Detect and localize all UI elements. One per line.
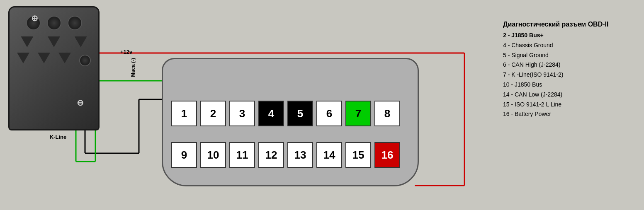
obd-pin-2: 2 bbox=[200, 101, 226, 126]
info-title: Диагностический разъем OBD-II bbox=[503, 21, 636, 28]
obd-pin-5: 5 bbox=[287, 101, 313, 126]
obd-connector: 1 2 3 4 5 6 7 8 9 10 11 12 13 14 15 16 bbox=[162, 25, 419, 195]
connector-tri-1 bbox=[21, 36, 33, 47]
obd-pin-3: 3 bbox=[229, 101, 255, 126]
obd-pin-12: 12 bbox=[258, 142, 284, 168]
obd-pin-14: 14 bbox=[316, 142, 342, 168]
obd-pin-4: 4 bbox=[258, 101, 284, 126]
pin-description-1: 4 - Chassis Ground bbox=[503, 41, 636, 51]
connector-tri-4 bbox=[17, 53, 29, 63]
obd-pin-15: 15 bbox=[345, 142, 371, 168]
connector-pin-3 bbox=[68, 16, 82, 30]
connector-pin-2 bbox=[47, 16, 61, 30]
pin-description-3: 6 - CAN High (J-2284) bbox=[503, 60, 636, 70]
kline-label: K-Line bbox=[8, 134, 108, 140]
obd-pin-6: 6 bbox=[316, 101, 342, 126]
connector-photo: ⊕ ⊖ K-Line bbox=[8, 6, 108, 143]
connector-body: ⊕ ⊖ bbox=[8, 6, 100, 130]
obd-pin-10: 10 bbox=[200, 142, 226, 168]
connector-tri-5 bbox=[38, 53, 50, 63]
connector-bottom-pins bbox=[10, 49, 98, 70]
connector-pin-minus bbox=[79, 55, 91, 66]
obd-pin-1: 1 bbox=[171, 101, 197, 126]
info-panel: Диагностический разъем OBD-II 2 - J1850 … bbox=[503, 21, 636, 119]
plus12v-label: +12v bbox=[120, 49, 132, 55]
pin-description-6: 14 - CAN Low (J-2284) bbox=[503, 90, 636, 100]
connector-top-pins bbox=[10, 7, 98, 34]
obd-pin-8: 8 bbox=[374, 101, 400, 126]
masa-label: Маса (-) bbox=[130, 58, 136, 77]
connector-tri-6 bbox=[58, 53, 71, 63]
obd-pin-7: 7 bbox=[345, 101, 371, 126]
pin-description-5: 10 - J1850 Bus bbox=[503, 80, 636, 90]
obd-pin-9: 9 bbox=[171, 142, 197, 168]
obd-pin-13: 13 bbox=[287, 142, 313, 168]
main-container: ⊕ ⊖ K-Line +12v Маса (-) 1 2 3 4 5 6 7 8… bbox=[0, 0, 644, 210]
minus-symbol: ⊖ bbox=[77, 98, 84, 108]
obd-pin-16: 16 bbox=[374, 142, 400, 168]
obd-body: 1 2 3 4 5 6 7 8 9 10 11 12 13 14 15 16 bbox=[162, 58, 419, 186]
pin-description-7: 15 - ISO 9141-2 L Line bbox=[503, 100, 636, 110]
pin-descriptions: 2 - J1850 Bus+4 - Chassis Ground5 - Sign… bbox=[503, 31, 636, 119]
connector-middle-pins bbox=[10, 34, 98, 49]
connector-tri-3 bbox=[75, 36, 87, 47]
connector-tri-2 bbox=[48, 36, 60, 47]
pin-description-8: 16 - Battery Power bbox=[503, 109, 636, 119]
obd-pin-11: 11 bbox=[229, 142, 255, 168]
pin-description-2: 5 - Signal Ground bbox=[503, 51, 636, 60]
pin-description-4: 7 - K -Line(ISO 9141-2) bbox=[503, 70, 636, 80]
plus-symbol: ⊕ bbox=[31, 13, 38, 23]
pin-description-0: 2 - J1850 Bus+ bbox=[503, 31, 636, 41]
